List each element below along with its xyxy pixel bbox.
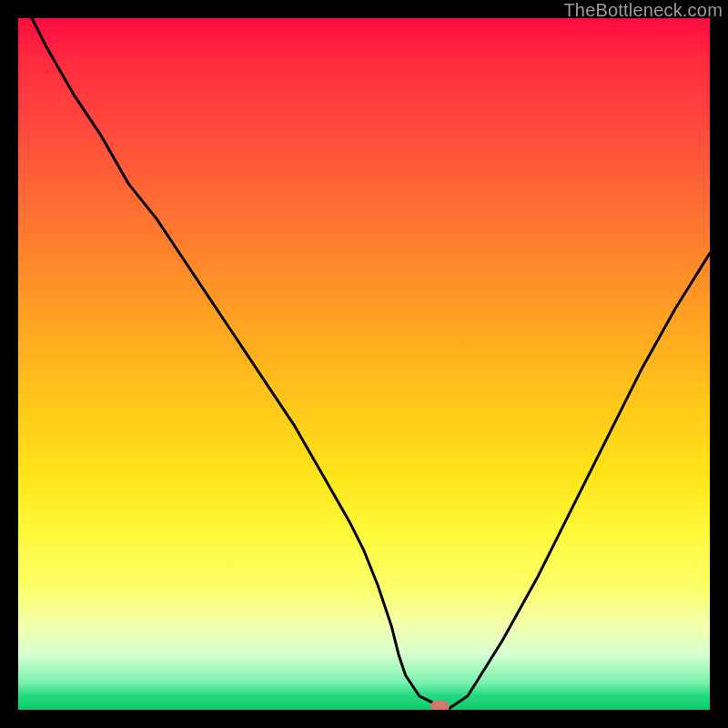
svg-rect-0 xyxy=(431,701,450,710)
minimum-marker xyxy=(18,18,710,710)
plot-area xyxy=(18,18,710,710)
chart-frame: TheBottleneck.com xyxy=(0,0,728,728)
